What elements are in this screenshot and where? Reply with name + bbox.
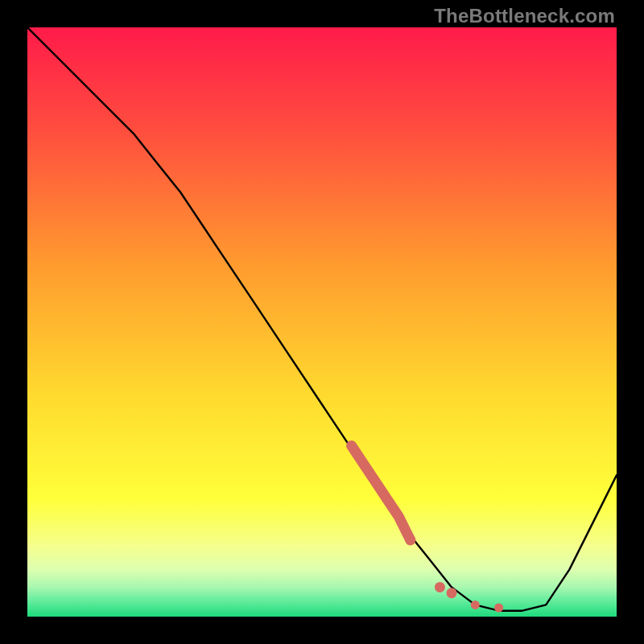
highlight-dot: [471, 601, 480, 609]
watermark-text: TheBottleneck.com: [434, 5, 615, 27]
chart-frame: [27, 27, 617, 617]
bottleneck-chart: [27, 27, 617, 617]
highlight-dot: [435, 582, 445, 592]
highlight-dot: [405, 535, 415, 545]
highlight-dot: [447, 588, 457, 598]
highlight-dot: [494, 604, 503, 613]
